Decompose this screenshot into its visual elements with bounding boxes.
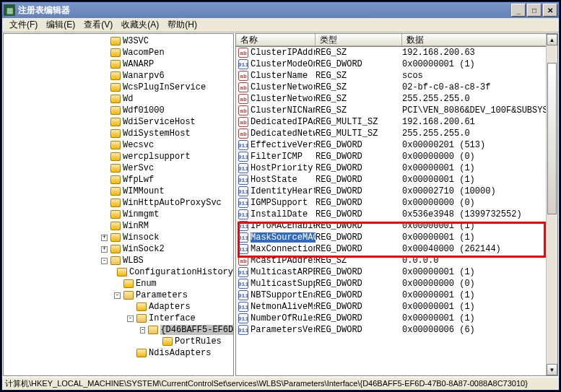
list-row[interactable]: 011MaskSourceMACREG_DWORD0x00000001 (1) bbox=[236, 232, 557, 243]
value-data: 02-bf-c0-a8-c8-3f bbox=[402, 82, 557, 92]
tree-item[interactable]: WinHttpAutoProxySvc bbox=[4, 197, 233, 209]
tree-label: WacomPen bbox=[123, 48, 165, 58]
folder-icon bbox=[110, 118, 121, 126]
tree-item[interactable]: WIMMount bbox=[4, 186, 233, 197]
value-data: 0x00000001 (1) bbox=[402, 175, 557, 185]
folder-icon bbox=[110, 48, 121, 57]
list-row[interactable]: 011InstallDateREG_DWORD0x536e3948 (13997… bbox=[236, 209, 557, 220]
menu-file[interactable]: 文件(F) bbox=[5, 17, 42, 32]
scroll-up-button[interactable]: ▲ bbox=[547, 34, 557, 45]
list-row[interactable]: abClusterIPAddressREG_SZ192.168.200.63 bbox=[236, 47, 557, 58]
list-row[interactable]: 011NumberOfRulesREG_DWORD0x00000001 (1) bbox=[236, 313, 557, 324]
menu-edit[interactable]: 编辑(E) bbox=[42, 17, 79, 32]
list-row[interactable]: abMcastIPAddressREG_SZ0.0.0.0 bbox=[236, 255, 557, 266]
list-row[interactable]: 011HostPriorityREG_DWORD0x00000001 (1) bbox=[236, 162, 557, 174]
value-name: NumberOfRules bbox=[251, 313, 316, 323]
tree-item[interactable]: Adapters bbox=[4, 301, 233, 313]
list-row[interactable]: 011ParametersVer...REG_DWORD0x00000006 (… bbox=[236, 324, 557, 336]
tree-item[interactable]: +WinSock2 bbox=[4, 243, 233, 255]
value-data: 192.168.200.61 bbox=[402, 117, 557, 127]
vertical-scrollbar[interactable]: ▲ ▼ bbox=[546, 34, 557, 375]
value-name: ClusterNetwor... bbox=[251, 82, 316, 92]
tree-item[interactable]: WfpLwf bbox=[4, 174, 233, 186]
value-type: REG_DWORD bbox=[316, 175, 402, 185]
tree-item[interactable]: WerSvc bbox=[4, 162, 233, 174]
tree-item[interactable]: Winmgmt bbox=[4, 209, 233, 220]
list-row[interactable]: 011ClusterModeOn...REG_DWORD0x00000001 (… bbox=[236, 58, 557, 70]
tree-item[interactable]: Wd bbox=[4, 93, 233, 105]
list-row[interactable]: 011IdentityHeart...REG_DWORD0x00002710 (… bbox=[236, 186, 557, 197]
list-row[interactable]: 011FilterICMPREG_DWORD0x00000000 (0) bbox=[236, 151, 557, 162]
tree-item[interactable]: WacomPen bbox=[4, 47, 233, 58]
list-body[interactable]: abClusterIPAddressREG_SZ192.168.200.6301… bbox=[236, 47, 557, 375]
scroll-down-button[interactable]: ▼ bbox=[547, 364, 557, 375]
minimize-button[interactable]: _ bbox=[511, 4, 526, 17]
list-row[interactable]: abClusterNetwor...REG_SZ02-bf-c0-a8-c8-3… bbox=[236, 82, 557, 93]
expand-icon[interactable]: + bbox=[101, 235, 108, 241]
list-row[interactable]: 011MulticastSupp...REG_DWORD0x00000000 (… bbox=[236, 278, 557, 289]
collapse-icon[interactable]: - bbox=[140, 327, 145, 334]
value-data: 0x00000001 (1) bbox=[402, 290, 557, 300]
menu-view[interactable]: 查看(V) bbox=[79, 17, 117, 32]
column-data[interactable]: 数据 bbox=[402, 34, 557, 46]
list-row[interactable]: abClusterNetwor...REG_SZ255.255.255.0 bbox=[236, 93, 557, 105]
tree-item[interactable]: -Interface bbox=[4, 313, 233, 324]
list-row[interactable]: 011IGMPSupportREG_DWORD0x00000000 (0) bbox=[236, 197, 557, 209]
collapse-icon[interactable]: - bbox=[101, 258, 108, 264]
tree-label: PortRules bbox=[175, 336, 222, 347]
maximize-button[interactable]: □ bbox=[527, 4, 542, 17]
tree-item[interactable]: Enum bbox=[4, 278, 233, 289]
menu-favorites[interactable]: 收藏夹(A) bbox=[117, 17, 163, 32]
column-name[interactable]: 名称 bbox=[236, 34, 316, 46]
tree-item[interactable]: Wanarpv6 bbox=[4, 70, 233, 82]
list-row[interactable]: abClusterNICNameREG_SZPCI\VEN_8086&DEV_1… bbox=[236, 105, 557, 116]
tree-item[interactable]: PortRules bbox=[4, 336, 233, 347]
titlebar[interactable]: ▦ 注册表编辑器 _ □ ✕ bbox=[2, 2, 559, 18]
tree-item[interactable]: +Winsock bbox=[4, 232, 233, 243]
string-value-icon: ab bbox=[238, 117, 248, 127]
list-row[interactable]: abDedicatedIPAd...REG_MULTI_SZ192.168.20… bbox=[236, 116, 557, 128]
value-data: 255.255.255.0 bbox=[402, 94, 557, 104]
tree-item[interactable]: Wecsvc bbox=[4, 139, 233, 151]
list-row[interactable]: 011IPToMACEnableREG_DWORD0x00000001 (1) bbox=[236, 220, 557, 232]
tree-pane[interactable]: W3SVCWacomPenWANARPWanarpv6WcsPlugInServ… bbox=[3, 33, 234, 376]
folder-icon bbox=[110, 83, 121, 92]
window-title: 注册表编辑器 bbox=[18, 4, 511, 17]
tree-label: WIMMount bbox=[123, 186, 165, 196]
list-row[interactable]: 011NetmonAliveMsgsREG_DWORD0x00000001 (1… bbox=[236, 301, 557, 313]
list-row[interactable]: 011NBTSupportEnableREG_DWORD0x00000001 (… bbox=[236, 289, 557, 301]
dword-value-icon: 011 bbox=[238, 221, 248, 231]
list-row[interactable]: abClusterNameREG_SZscos bbox=[236, 70, 557, 82]
list-row[interactable]: 011MaxConnection...REG_DWORD0x00040000 (… bbox=[236, 243, 557, 255]
folder-icon bbox=[123, 291, 134, 300]
tree-item[interactable]: wercplsupport bbox=[4, 151, 233, 162]
tree-item[interactable]: ConfigurationHistory bbox=[4, 266, 233, 278]
value-type: REG_DWORD bbox=[316, 279, 402, 289]
expand-icon[interactable]: + bbox=[101, 246, 108, 253]
collapse-icon[interactable]: - bbox=[127, 315, 134, 322]
list-row[interactable]: 011MulticastARPE...REG_DWORD0x00000001 (… bbox=[236, 266, 557, 278]
tree-item[interactable]: -WLBS bbox=[4, 255, 233, 266]
regedit-window: ▦ 注册表编辑器 _ □ ✕ 文件(F) 编辑(E) 查看(V) 收藏夹(A) … bbox=[1, 1, 560, 391]
tree-item[interactable]: -{D46BAFF5-EF6D-47 bbox=[4, 324, 233, 336]
list-row[interactable]: 011HostStateREG_DWORD0x00000001 (1) bbox=[236, 174, 557, 186]
tree-label: WLBS bbox=[123, 256, 144, 266]
tree-item[interactable]: WdiSystemHost bbox=[4, 128, 233, 139]
tree-item[interactable]: WinRM bbox=[4, 220, 233, 232]
scroll-thumb[interactable] bbox=[547, 63, 557, 214]
collapse-icon[interactable]: - bbox=[114, 292, 121, 299]
column-type[interactable]: 类型 bbox=[316, 34, 402, 46]
list-row[interactable]: 011EffectiveVersionREG_DWORD0x00000201 (… bbox=[236, 139, 557, 151]
folder-icon bbox=[110, 164, 121, 173]
tree-item[interactable]: Wdf01000 bbox=[4, 105, 233, 116]
tree-label: Wecsvc bbox=[123, 140, 154, 150]
tree-item[interactable]: W3SVC bbox=[4, 35, 233, 47]
tree-item[interactable]: WANARP bbox=[4, 58, 233, 70]
list-row[interactable]: abDedicatedNetw...REG_MULTI_SZ255.255.25… bbox=[236, 128, 557, 139]
tree-item[interactable]: NdisAdapters bbox=[4, 347, 233, 359]
tree-item[interactable]: WdiServiceHost bbox=[4, 116, 233, 128]
tree-item[interactable]: WcsPlugInService bbox=[4, 82, 233, 93]
close-button[interactable]: ✕ bbox=[543, 4, 557, 17]
tree-item[interactable]: -Parameters bbox=[4, 289, 233, 301]
menu-help[interactable]: 帮助(H) bbox=[163, 17, 201, 32]
